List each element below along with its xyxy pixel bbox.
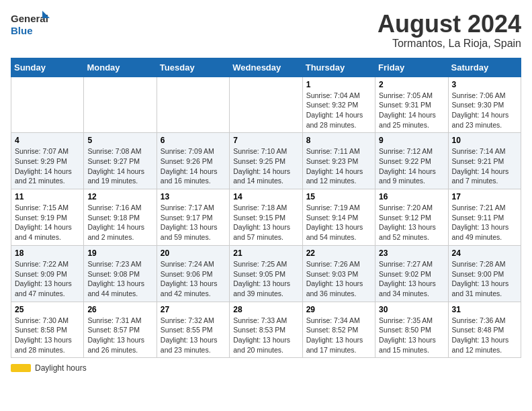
daylight-bar-icon bbox=[11, 364, 31, 372]
calendar-cell: 10Sunrise: 7:14 AMSunset: 9:21 PMDayligh… bbox=[448, 133, 521, 189]
day-info: Sunrise: 7:36 AMSunset: 8:48 PMDaylight:… bbox=[452, 316, 517, 355]
day-info: Sunrise: 7:28 AMSunset: 9:00 PMDaylight:… bbox=[452, 259, 517, 299]
subtitle: Tormantos, La Rioja, Spain bbox=[378, 38, 521, 50]
day-number: 19 bbox=[87, 248, 152, 258]
day-number: 17 bbox=[452, 192, 517, 201]
calendar-cell: 23Sunrise: 7:27 AMSunset: 9:02 PMDayligh… bbox=[375, 245, 448, 302]
day-info: Sunrise: 7:21 AMSunset: 9:11 PMDaylight:… bbox=[452, 203, 517, 242]
daylight-label: Daylight hours bbox=[35, 363, 87, 373]
day-info: Sunrise: 7:23 AMSunset: 9:08 PMDaylight:… bbox=[87, 259, 152, 299]
svg-marker-1 bbox=[42, 11, 50, 18]
calendar-cell bbox=[230, 77, 302, 133]
calendar-cell: 18Sunrise: 7:22 AMSunset: 9:09 PMDayligh… bbox=[11, 245, 84, 302]
header-wednesday: Wednesday bbox=[230, 58, 302, 77]
day-info: Sunrise: 7:24 AMSunset: 9:06 PMDaylight:… bbox=[161, 259, 226, 299]
calendar-table: SundayMondayTuesdayWednesdayThursdayFrid… bbox=[11, 58, 521, 359]
day-number: 28 bbox=[233, 305, 298, 314]
day-number: 4 bbox=[15, 136, 80, 145]
day-number: 3 bbox=[452, 80, 517, 89]
day-info: Sunrise: 7:18 AMSunset: 9:15 PMDaylight:… bbox=[233, 203, 298, 242]
day-number: 26 bbox=[87, 305, 152, 314]
day-number: 8 bbox=[306, 136, 371, 145]
day-info: Sunrise: 7:08 AMSunset: 9:27 PMDaylight:… bbox=[87, 146, 152, 186]
day-info: Sunrise: 7:27 AMSunset: 9:02 PMDaylight:… bbox=[379, 259, 444, 299]
header: GeneralBlue August 2024 Tormantos, La Ri… bbox=[11, 11, 521, 50]
day-info: Sunrise: 7:34 AMSunset: 8:52 PMDaylight:… bbox=[306, 316, 371, 355]
day-number: 25 bbox=[15, 305, 80, 314]
calendar-cell: 17Sunrise: 7:21 AMSunset: 9:11 PMDayligh… bbox=[448, 189, 521, 246]
calendar-cell: 13Sunrise: 7:17 AMSunset: 9:17 PMDayligh… bbox=[157, 189, 229, 246]
week-row-3: 11Sunrise: 7:15 AMSunset: 9:19 PMDayligh… bbox=[11, 189, 521, 246]
day-number: 7 bbox=[233, 136, 298, 145]
day-number: 12 bbox=[87, 192, 152, 201]
calendar-cell: 6Sunrise: 7:09 AMSunset: 9:26 PMDaylight… bbox=[157, 133, 229, 189]
day-number: 6 bbox=[161, 136, 226, 145]
calendar-cell: 31Sunrise: 7:36 AMSunset: 8:48 PMDayligh… bbox=[448, 302, 521, 358]
header-sunday: Sunday bbox=[11, 58, 84, 77]
logo: GeneralBlue bbox=[11, 11, 51, 36]
calendar-cell: 19Sunrise: 7:23 AMSunset: 9:08 PMDayligh… bbox=[84, 245, 157, 302]
day-info: Sunrise: 7:31 AMSunset: 8:57 PMDaylight:… bbox=[87, 316, 152, 355]
day-info: Sunrise: 7:14 AMSunset: 9:21 PMDaylight:… bbox=[452, 146, 517, 186]
day-info: Sunrise: 7:09 AMSunset: 9:26 PMDaylight:… bbox=[161, 146, 226, 186]
day-info: Sunrise: 7:11 AMSunset: 9:23 PMDaylight:… bbox=[306, 146, 371, 186]
calendar-cell: 15Sunrise: 7:19 AMSunset: 9:14 PMDayligh… bbox=[302, 189, 375, 246]
day-info: Sunrise: 7:16 AMSunset: 9:18 PMDaylight:… bbox=[87, 203, 152, 242]
day-number: 16 bbox=[379, 192, 444, 201]
day-number: 27 bbox=[161, 305, 226, 314]
day-info: Sunrise: 7:32 AMSunset: 8:55 PMDaylight:… bbox=[161, 316, 226, 355]
day-info: Sunrise: 7:15 AMSunset: 9:19 PMDaylight:… bbox=[15, 203, 80, 242]
calendar-cell: 24Sunrise: 7:28 AMSunset: 9:00 PMDayligh… bbox=[448, 245, 521, 302]
svg-text:Blue: Blue bbox=[11, 25, 33, 36]
calendar-cell: 22Sunrise: 7:26 AMSunset: 9:03 PMDayligh… bbox=[302, 245, 375, 302]
day-number: 5 bbox=[87, 136, 152, 145]
day-number: 29 bbox=[306, 305, 371, 314]
calendar-cell: 16Sunrise: 7:20 AMSunset: 9:12 PMDayligh… bbox=[375, 189, 448, 246]
day-number: 20 bbox=[161, 248, 226, 258]
day-number: 24 bbox=[452, 248, 517, 258]
day-info: Sunrise: 7:06 AMSunset: 9:30 PMDaylight:… bbox=[452, 91, 517, 130]
day-info: Sunrise: 7:19 AMSunset: 9:14 PMDaylight:… bbox=[306, 203, 371, 242]
day-number: 11 bbox=[15, 192, 80, 201]
calendar-cell: 12Sunrise: 7:16 AMSunset: 9:18 PMDayligh… bbox=[84, 189, 157, 246]
logo-icon: GeneralBlue bbox=[11, 11, 51, 36]
day-info: Sunrise: 7:30 AMSunset: 8:58 PMDaylight:… bbox=[15, 316, 80, 355]
day-number: 23 bbox=[379, 248, 444, 258]
header-friday: Friday bbox=[375, 58, 448, 77]
day-number: 30 bbox=[379, 305, 444, 314]
day-number: 13 bbox=[161, 192, 226, 201]
header-monday: Monday bbox=[84, 58, 157, 77]
header-saturday: Saturday bbox=[448, 58, 521, 77]
calendar-cell: 25Sunrise: 7:30 AMSunset: 8:58 PMDayligh… bbox=[11, 302, 84, 358]
calendar-cell: 11Sunrise: 7:15 AMSunset: 9:19 PMDayligh… bbox=[11, 189, 84, 246]
day-number: 1 bbox=[306, 80, 371, 89]
calendar-cell: 27Sunrise: 7:32 AMSunset: 8:55 PMDayligh… bbox=[157, 302, 229, 358]
calendar-cell: 29Sunrise: 7:34 AMSunset: 8:52 PMDayligh… bbox=[302, 302, 375, 358]
day-info: Sunrise: 7:12 AMSunset: 9:22 PMDaylight:… bbox=[379, 146, 444, 186]
day-number: 9 bbox=[379, 136, 444, 145]
main-title: August 2024 bbox=[378, 11, 521, 38]
day-number: 21 bbox=[233, 248, 298, 258]
header-thursday: Thursday bbox=[302, 58, 375, 77]
calendar-cell: 2Sunrise: 7:05 AMSunset: 9:31 PMDaylight… bbox=[375, 77, 448, 133]
calendar-cell: 9Sunrise: 7:12 AMSunset: 9:22 PMDaylight… bbox=[375, 133, 448, 189]
calendar-header: SundayMondayTuesdayWednesdayThursdayFrid… bbox=[11, 58, 521, 77]
day-number: 14 bbox=[233, 192, 298, 201]
day-info: Sunrise: 7:10 AMSunset: 9:25 PMDaylight:… bbox=[233, 146, 298, 186]
day-info: Sunrise: 7:22 AMSunset: 9:09 PMDaylight:… bbox=[15, 259, 80, 299]
calendar-cell: 8Sunrise: 7:11 AMSunset: 9:23 PMDaylight… bbox=[302, 133, 375, 189]
day-number: 15 bbox=[306, 192, 371, 201]
calendar-cell: 4Sunrise: 7:07 AMSunset: 9:29 PMDaylight… bbox=[11, 133, 84, 189]
day-info: Sunrise: 7:35 AMSunset: 8:50 PMDaylight:… bbox=[379, 316, 444, 355]
calendar-cell: 14Sunrise: 7:18 AMSunset: 9:15 PMDayligh… bbox=[230, 189, 302, 246]
day-info: Sunrise: 7:04 AMSunset: 9:32 PMDaylight:… bbox=[306, 91, 371, 130]
day-info: Sunrise: 7:20 AMSunset: 9:12 PMDaylight:… bbox=[379, 203, 444, 242]
week-row-5: 25Sunrise: 7:30 AMSunset: 8:58 PMDayligh… bbox=[11, 302, 521, 358]
day-number: 18 bbox=[15, 248, 80, 258]
calendar-cell bbox=[84, 77, 157, 133]
calendar-cell: 3Sunrise: 7:06 AMSunset: 9:30 PMDaylight… bbox=[448, 77, 521, 133]
week-row-4: 18Sunrise: 7:22 AMSunset: 9:09 PMDayligh… bbox=[11, 245, 521, 302]
calendar-cell: 26Sunrise: 7:31 AMSunset: 8:57 PMDayligh… bbox=[84, 302, 157, 358]
calendar-cell: 1Sunrise: 7:04 AMSunset: 9:32 PMDaylight… bbox=[302, 77, 375, 133]
day-info: Sunrise: 7:17 AMSunset: 9:17 PMDaylight:… bbox=[161, 203, 226, 242]
